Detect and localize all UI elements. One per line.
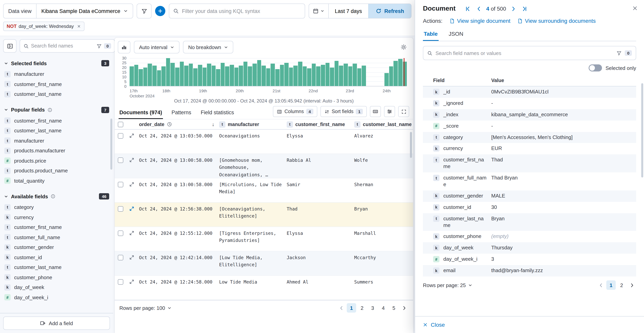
doc-field-search-input[interactable] bbox=[436, 50, 613, 56]
close-flyout-icon[interactable] bbox=[630, 3, 640, 13]
field-list-item[interactable]: t manufacturer bbox=[3, 136, 110, 146]
field-list-item[interactable]: k customer_phone bbox=[3, 272, 110, 282]
page-number[interactable]: 2 bbox=[357, 303, 367, 312]
field-list-item[interactable]: t customer_full_name bbox=[3, 232, 110, 242]
page-number[interactable]: 3 bbox=[368, 303, 377, 312]
first-page-icon[interactable] bbox=[464, 5, 472, 12]
time-range-button[interactable]: Last 7 days bbox=[328, 4, 368, 18]
previous-page-icon[interactable] bbox=[475, 5, 482, 12]
expand-document-icon[interactable] bbox=[129, 133, 134, 138]
view-single-document-link[interactable]: View single document bbox=[450, 18, 510, 24]
columns-button[interactable]: Columns 4 bbox=[273, 106, 317, 117]
page-number[interactable]: 2 bbox=[617, 280, 626, 290]
doc-field-row[interactable]: k customer_id 30 bbox=[423, 202, 636, 213]
saved-query-menu-button[interactable] bbox=[137, 4, 152, 18]
field-search-input[interactable] bbox=[31, 43, 94, 49]
add-field-button[interactable]: Add a field bbox=[3, 316, 110, 330]
field-list-item[interactable]: t customer_last_name bbox=[3, 126, 110, 136]
expand-document-icon[interactable] bbox=[129, 230, 134, 236]
expand-document-icon[interactable] bbox=[129, 158, 134, 162]
field-list-item[interactable]: t customer_first_name bbox=[3, 222, 110, 232]
field-list-item[interactable]: t customer_first_name bbox=[3, 79, 110, 89]
column-header-customer-first-name[interactable]: t customer_first_name bbox=[284, 121, 352, 128]
field-list-item[interactable]: t manufacturer bbox=[3, 69, 110, 79]
close-flyout-button[interactable]: Close bbox=[423, 322, 445, 328]
doc-field-row[interactable]: k customer_gender MALE bbox=[423, 190, 636, 202]
field-list-item[interactable]: # total_quantity bbox=[3, 176, 110, 186]
field-list-item[interactable]: k customer_gender bbox=[3, 242, 110, 252]
previous-page-icon[interactable] bbox=[596, 280, 605, 290]
row-checkbox[interactable] bbox=[118, 206, 123, 212]
doc-field-row[interactable]: k _ignored - bbox=[423, 98, 636, 109]
column-header-manufacturer[interactable]: t manufacturer bbox=[217, 121, 284, 128]
rows-per-page-button[interactable]: Rows per page: 100 bbox=[120, 305, 172, 311]
collapse-sidebar-button[interactable] bbox=[3, 39, 16, 52]
column-header-order-date[interactable]: order_date ↓ bbox=[137, 121, 217, 127]
field-list-item[interactable]: k currency bbox=[3, 212, 110, 222]
field-list-item[interactable]: t customer_first_name bbox=[3, 116, 110, 126]
previous-page-icon[interactable] bbox=[337, 303, 346, 312]
field-list-item[interactable]: k customer_id bbox=[3, 252, 110, 262]
last-page-icon[interactable] bbox=[521, 5, 528, 12]
next-page-icon[interactable] bbox=[510, 5, 517, 12]
tab-documents[interactable]: Documents (974) bbox=[118, 107, 163, 119]
select-all-checkbox[interactable] bbox=[118, 122, 123, 127]
expand-document-icon[interactable] bbox=[129, 255, 134, 260]
doc-field-row[interactable]: k email thad@bryan-family.zzz bbox=[423, 265, 636, 276]
field-list-item[interactable]: t category bbox=[3, 202, 110, 212]
add-filter-button[interactable] bbox=[155, 6, 166, 16]
sidebar-scrollbar[interactable] bbox=[110, 118, 112, 170]
doc-field-row[interactable]: t customer_last_name Bryan bbox=[423, 213, 636, 231]
fullscreen-button[interactable] bbox=[398, 106, 409, 117]
sort-fields-button[interactable]: Sort fields 1 bbox=[320, 106, 367, 117]
field-list-item[interactable]: t products.product_name bbox=[3, 166, 110, 176]
doc-field-row[interactable]: k day_of_week Thursday bbox=[423, 242, 636, 254]
sort-descending-icon[interactable]: ↓ bbox=[212, 121, 214, 127]
tab-json[interactable]: JSON bbox=[448, 29, 464, 41]
expand-document-icon[interactable] bbox=[129, 279, 134, 284]
section-header-available[interactable]: Available fields 46 bbox=[3, 192, 110, 201]
row-checkbox[interactable] bbox=[118, 230, 123, 236]
row-checkbox[interactable] bbox=[118, 279, 123, 285]
interval-select[interactable]: Auto interval bbox=[134, 41, 180, 54]
field-list-item[interactable]: k day_of_week bbox=[3, 282, 110, 292]
expand-document-icon[interactable] bbox=[129, 206, 134, 211]
doc-field-row[interactable]: # day_of_week_i 3 bbox=[423, 254, 636, 265]
display-options-button[interactable] bbox=[384, 106, 395, 117]
chart-visibility-button[interactable] bbox=[118, 41, 130, 54]
row-checkbox[interactable] bbox=[118, 182, 123, 187]
data-view-picker[interactable]: Kibana Sample Data eCommerce bbox=[37, 4, 133, 18]
remove-filter-icon[interactable] bbox=[77, 24, 81, 28]
kql-input[interactable] bbox=[182, 8, 301, 14]
tab-patterns[interactable]: Patterns bbox=[171, 107, 192, 119]
section-header-popular[interactable]: Popular fields 7 bbox=[3, 105, 110, 114]
doc-field-row[interactable]: k _id 0MvCvZIB9B3fOMiAU1cl bbox=[423, 86, 636, 98]
field-list-item[interactable]: t products.manufacturer bbox=[3, 146, 110, 156]
refresh-button[interactable]: Refresh bbox=[368, 4, 411, 18]
doc-rows-per-page-button[interactable]: Rows per page: 25 bbox=[423, 282, 472, 288]
flyout-scrollbar[interactable] bbox=[641, 83, 643, 178]
next-page-icon[interactable] bbox=[628, 280, 636, 290]
field-list-item[interactable]: t customer_last_name bbox=[3, 89, 110, 99]
histogram-bars[interactable] bbox=[130, 58, 407, 86]
field-list-item[interactable]: # day_of_week_i bbox=[3, 292, 110, 302]
next-page-icon[interactable] bbox=[400, 303, 408, 312]
doc-field-row[interactable]: k currency EUR bbox=[423, 143, 636, 154]
row-checkbox[interactable] bbox=[118, 255, 123, 260]
breakdown-select[interactable]: No breakdown bbox=[183, 41, 234, 54]
doc-field-row[interactable]: t customer_full_name Thad Bryan bbox=[423, 172, 636, 190]
keyboard-shortcuts-button[interactable] bbox=[370, 106, 381, 117]
field-list-item[interactable]: t customer_last_name bbox=[3, 262, 110, 272]
date-picker-calendar-button[interactable] bbox=[309, 4, 328, 18]
row-checkbox[interactable] bbox=[118, 133, 123, 138]
field-list-item[interactable]: # products.price bbox=[3, 156, 110, 166]
field-filter-funnel-icon[interactable] bbox=[96, 44, 102, 48]
tab-field-statistics[interactable]: Field statistics bbox=[200, 107, 235, 119]
row-checkbox[interactable] bbox=[118, 158, 123, 163]
grid-scrollbar[interactable] bbox=[410, 132, 412, 158]
filter-pill[interactable]: NOT day_of_week: Wednesday bbox=[3, 22, 84, 31]
section-header-selected[interactable]: Selected fields 3 bbox=[3, 58, 110, 68]
doc-field-row[interactable]: k customer_phone (empty) bbox=[423, 231, 636, 242]
column-header-customer-last-name[interactable]: t customer_last_name bbox=[352, 121, 413, 128]
doc-field-row[interactable]: k _index kibana_sample_data_ecommerce bbox=[423, 109, 636, 120]
